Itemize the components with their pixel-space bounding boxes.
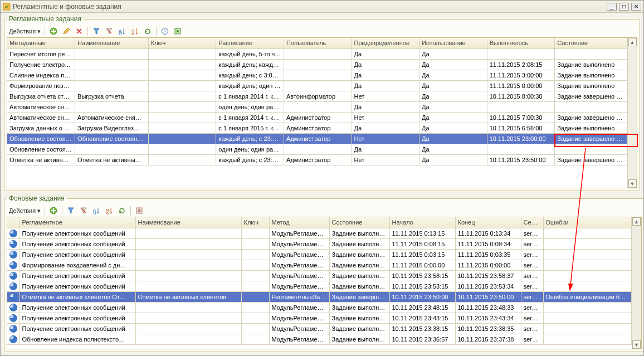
scroll-up-icon[interactable]: ▲ xyxy=(632,217,641,226)
column-header[interactable]: Использование xyxy=(419,38,487,48)
column-header[interactable]: Наименование xyxy=(135,217,241,228)
table-row[interactable]: Получение электронных сообщенийМодульРег… xyxy=(7,249,631,260)
cell xyxy=(135,249,241,260)
column-header[interactable]: Выполнялось xyxy=(487,38,555,48)
column-header[interactable]: Ключ xyxy=(148,38,216,48)
cell xyxy=(75,48,149,59)
table-row[interactable]: Формирование поздравлений с дн…МодульРег… xyxy=(7,260,631,270)
stop-icon[interactable] xyxy=(134,205,145,216)
background-tasks-table[interactable]: РегламентноеНаименованиеКлючМетодСостоян… xyxy=(7,217,632,345)
cell: Да xyxy=(419,144,487,154)
refresh-icon[interactable] xyxy=(116,205,128,216)
actions-menu[interactable]: Действия ▾ xyxy=(8,205,42,216)
filter-clear-icon[interactable] xyxy=(104,26,115,37)
table-row[interactable]: Загрузка данных о …Загрузка Видеоглаз…с … xyxy=(7,123,627,133)
scroll-down-icon[interactable]: ▼ xyxy=(632,340,641,349)
table-row[interactable]: Получение электронных сообщенийМодульРег… xyxy=(7,228,631,238)
run-icon[interactable] xyxy=(172,26,183,37)
edit-icon[interactable] xyxy=(61,26,72,37)
table-row[interactable]: Получение электронных сообщенийМодульРег… xyxy=(7,302,631,313)
column-header[interactable]: Сер… xyxy=(521,217,543,228)
table-row[interactable]: Отметка не активных клиентов:От…Отметка … xyxy=(7,291,631,302)
delete-icon[interactable] xyxy=(74,26,85,37)
cell: 10.11.2015 23:50:00 xyxy=(455,291,521,302)
cell: Отметка не активных клиентов:От… xyxy=(19,291,135,302)
sort-desc-icon[interactable]: ЯA xyxy=(104,205,115,216)
cell: МодульРегламен… xyxy=(269,270,329,281)
close-button[interactable]: ✕ xyxy=(631,3,641,11)
scheduled-tasks-table[interactable]: МетаданныеНаименованиеКлючРасписаниеПоль… xyxy=(7,38,627,165)
filter-funnel-icon[interactable] xyxy=(91,26,102,37)
task-status-icon xyxy=(9,282,17,290)
table-row[interactable]: Обновление состоя…один день; один раз…Да… xyxy=(7,144,627,154)
cell: каждый день, 5-го ч… xyxy=(216,48,284,59)
add-icon[interactable] xyxy=(48,205,59,216)
add-icon[interactable] xyxy=(48,26,59,37)
maximize-button[interactable]: □ xyxy=(619,3,629,11)
cell: 10.11.2015 23:36:57 xyxy=(389,334,455,344)
task-status-icon xyxy=(9,272,17,280)
sort-desc-icon[interactable]: ЯA xyxy=(129,26,140,37)
window-title: Регламентные и фоновые задания xyxy=(13,3,607,11)
column-header[interactable]: Наименование xyxy=(75,38,149,48)
column-header[interactable]: Пользователь xyxy=(284,38,352,48)
filter-funnel-icon[interactable] xyxy=(65,205,76,216)
table-row[interactable]: Автоматическое сн…один день; один раз…Да… xyxy=(7,101,627,112)
task-status-icon xyxy=(9,293,17,301)
cell: один день; один раз… xyxy=(216,101,284,112)
schedule-icon[interactable] xyxy=(159,26,170,37)
column-header[interactable]: Состояние xyxy=(555,38,627,48)
cell: Задание выполне… xyxy=(329,228,389,238)
scheduled-toolbar: Действия ▾ AЯ ЯA xyxy=(7,25,637,37)
cell xyxy=(75,80,149,91)
table-row[interactable]: Получение электронных сообщенийМодульРег… xyxy=(7,323,631,334)
scrollbar[interactable]: ▲ ▼ xyxy=(632,217,641,349)
table-row[interactable]: Получение электронных сообщенийМодульРег… xyxy=(7,238,631,249)
column-header[interactable]: Регламентное xyxy=(19,217,135,228)
table-row[interactable]: Пересчет итогов ре…каждый день, 5-го ч…Д… xyxy=(7,48,627,59)
cell xyxy=(135,334,241,344)
table-row[interactable]: Обновление индекса полнотексто…МодульРег… xyxy=(7,334,631,344)
column-header[interactable]: Метод xyxy=(269,217,329,228)
refresh-icon[interactable] xyxy=(142,26,153,37)
task-status-icon xyxy=(9,261,17,269)
cell: Задание завершено … xyxy=(555,112,627,123)
cell: 11.11.2015 0:00:00 xyxy=(455,260,521,270)
cell: Нет xyxy=(352,91,419,101)
status-icon-cell xyxy=(7,260,19,270)
status-icon-cell xyxy=(7,334,19,344)
column-header[interactable]: Расписание xyxy=(216,38,284,48)
column-header[interactable]: Ошибки xyxy=(543,217,631,228)
column-header[interactable]: Метаданные xyxy=(7,38,75,48)
table-row[interactable]: Автоматическое сн…Автоматическое сня…с 1… xyxy=(7,112,627,123)
filter-clear-icon[interactable] xyxy=(78,205,89,216)
table-row[interactable]: Получение электронных сообщенийМодульРег… xyxy=(7,270,631,281)
column-header[interactable]: Предопределенное xyxy=(352,38,419,48)
actions-menu[interactable]: Действия ▾ xyxy=(8,26,42,37)
table-row[interactable]: Получение электронных сообщенийМодульРег… xyxy=(7,281,631,291)
table-row[interactable]: Обновление состоя…Обновление состоян…каж… xyxy=(7,133,627,144)
cell xyxy=(148,70,216,80)
table-row[interactable]: Выгрузка отчета ст…Выгрузка отчетас 1 ян… xyxy=(7,91,627,101)
table-row[interactable]: Слияние индекса по…каждый день; с 3:0…Да… xyxy=(7,70,627,80)
cell: 10.11.2015 23:53:15 xyxy=(389,281,455,291)
app-icon xyxy=(3,3,11,11)
table-row[interactable]: Получение электро…каждый день; кажд…ДаДа… xyxy=(7,59,627,70)
cell: 10.11.2015 6:56:00 xyxy=(487,123,555,133)
table-row[interactable]: Отметка не активн…Отметка не активны…каж… xyxy=(7,154,627,165)
scrollbar[interactable]: ▲ ▼ xyxy=(627,38,637,188)
table-row[interactable]: Формирование поз…каждый день; один …ДаДа… xyxy=(7,80,627,91)
sort-asc-icon[interactable]: AЯ xyxy=(91,205,102,216)
column-header[interactable]: Ключ xyxy=(241,217,269,228)
minimize-button[interactable]: _ xyxy=(607,3,617,11)
column-header[interactable]: Начало xyxy=(389,217,455,228)
table-row[interactable]: Получение электронных сообщенийМодульРег… xyxy=(7,313,631,323)
scroll-down-icon[interactable]: ▼ xyxy=(628,179,637,188)
scroll-up-icon[interactable]: ▲ xyxy=(628,38,637,46)
column-header[interactable] xyxy=(7,217,19,228)
sort-asc-icon[interactable]: AЯ xyxy=(116,26,128,37)
column-header[interactable]: Конец xyxy=(455,217,521,228)
column-header[interactable]: Состояние xyxy=(329,217,389,228)
cell: МодульРегламен… xyxy=(269,302,329,313)
cell: каждый день; с 3:0… xyxy=(216,70,284,80)
